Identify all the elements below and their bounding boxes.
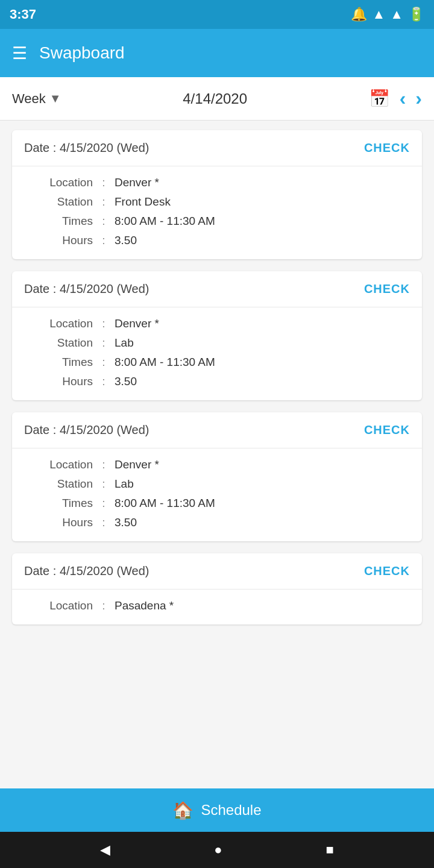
station-value: Lab [115, 336, 134, 350]
check-button[interactable]: CHECK [364, 141, 410, 155]
notification-icon: 🔔 [351, 7, 367, 22]
hours-label: Hours [27, 375, 93, 388]
times-value: 8:00 AM - 11:30 AM [115, 356, 215, 369]
hours-value: 3.50 [115, 375, 137, 388]
prev-week-button[interactable]: ‹ [400, 87, 406, 110]
station-label: Station [27, 477, 93, 491]
check-button[interactable]: CHECK [364, 423, 410, 437]
status-time: 3:37 [10, 7, 36, 22]
hours-sep: : [93, 375, 115, 388]
times-value: 8:00 AM - 11:30 AM [115, 497, 215, 510]
app-title: Swapboard [39, 43, 422, 63]
station-sep: : [93, 195, 115, 209]
card-body: Location : Pasadena * [12, 590, 422, 624]
location-row: Location : Pasadena * [27, 599, 407, 612]
station-value: Lab [115, 477, 134, 491]
week-dropdown-icon: ▼ [49, 92, 61, 105]
signal-icon: ▲ [372, 7, 385, 22]
station-value: Front Desk [115, 195, 171, 209]
location-label: Location [27, 176, 93, 189]
check-button[interactable]: CHECK [364, 282, 410, 296]
times-row: Times : 8:00 AM - 11:30 AM [27, 215, 407, 228]
shift-card: Date : 4/15/2020 (Wed) CHECK Location : … [12, 553, 422, 624]
shift-card: Date : 4/15/2020 (Wed) CHECK Location : … [12, 130, 422, 259]
calendar-icon[interactable]: 📅 [369, 89, 390, 108]
hours-row: Hours : 3.50 [27, 516, 407, 529]
hours-label: Hours [27, 234, 93, 247]
location-label: Location [27, 458, 93, 471]
schedule-label: Schedule [201, 802, 261, 819]
date-display: 4/14/2020 [71, 90, 359, 107]
card-header: Date : 4/15/2020 (Wed) CHECK [12, 412, 422, 448]
status-icons: 🔔 ▲ ▲ 🔋 [351, 7, 424, 22]
times-value: 8:00 AM - 11:30 AM [115, 215, 215, 228]
card-date: Date : 4/15/2020 (Wed) [24, 423, 149, 437]
next-week-button[interactable]: › [415, 87, 422, 110]
home-button[interactable]: ● [214, 842, 222, 858]
times-label: Times [27, 497, 93, 510]
main-content: Date : 4/15/2020 (Wed) CHECK Location : … [0, 121, 434, 788]
hours-row: Hours : 3.50 [27, 375, 407, 388]
card-header: Date : 4/15/2020 (Wed) CHECK [12, 130, 422, 166]
location-value: Pasadena * [115, 599, 174, 612]
card-body: Location : Denver * Station : Lab Times … [12, 448, 422, 541]
location-row: Location : Denver * [27, 317, 407, 330]
hours-value: 3.50 [115, 234, 137, 247]
times-label: Times [27, 215, 93, 228]
hours-value: 3.50 [115, 516, 137, 529]
card-body: Location : Denver * Station : Front Desk… [12, 166, 422, 259]
card-date: Date : 4/15/2020 (Wed) [24, 282, 149, 296]
android-nav: ◀ ● ■ [0, 832, 434, 868]
location-label: Location [27, 317, 93, 330]
location-value: Denver * [115, 317, 159, 330]
battery-icon: 🔋 [408, 7, 424, 22]
times-sep: : [93, 356, 115, 369]
schedule-icon: 🏠 [172, 800, 193, 820]
location-sep: : [93, 458, 115, 471]
station-row: Station : Lab [27, 336, 407, 350]
station-sep: : [93, 477, 115, 491]
location-sep: : [93, 599, 115, 612]
week-label: Week [12, 91, 46, 107]
station-sep: : [93, 336, 115, 350]
card-header: Date : 4/15/2020 (Wed) CHECK [12, 553, 422, 590]
station-label: Station [27, 336, 93, 350]
hours-sep: : [93, 234, 115, 247]
card-body: Location : Denver * Station : Lab Times … [12, 307, 422, 400]
location-sep: : [93, 176, 115, 189]
station-row: Station : Front Desk [27, 195, 407, 209]
times-row: Times : 8:00 AM - 11:30 AM [27, 356, 407, 369]
location-row: Location : Denver * [27, 176, 407, 189]
location-sep: : [93, 317, 115, 330]
station-row: Station : Lab [27, 477, 407, 491]
week-selector[interactable]: Week ▼ [12, 91, 61, 107]
hamburger-icon[interactable]: ☰ [12, 43, 27, 63]
times-label: Times [27, 356, 93, 369]
wifi-icon: ▲ [390, 7, 403, 22]
back-button[interactable]: ◀ [100, 842, 110, 858]
location-row: Location : Denver * [27, 458, 407, 471]
hours-row: Hours : 3.50 [27, 234, 407, 247]
hours-label: Hours [27, 516, 93, 529]
location-value: Denver * [115, 458, 159, 471]
card-header: Date : 4/15/2020 (Wed) CHECK [12, 271, 422, 307]
card-date: Date : 4/15/2020 (Wed) [24, 141, 149, 155]
location-label: Location [27, 599, 93, 612]
check-button[interactable]: CHECK [364, 564, 410, 578]
bottom-nav[interactable]: 🏠 Schedule [0, 788, 434, 832]
shift-card: Date : 4/15/2020 (Wed) CHECK Location : … [12, 412, 422, 541]
app-bar: ☰ Swapboard [0, 29, 434, 77]
status-bar: 3:37 🔔 ▲ ▲ 🔋 [0, 0, 434, 29]
card-date: Date : 4/15/2020 (Wed) [24, 564, 149, 578]
times-row: Times : 8:00 AM - 11:30 AM [27, 497, 407, 510]
times-sep: : [93, 497, 115, 510]
nav-bar: Week ▼ 4/14/2020 📅 ‹ › [0, 77, 434, 121]
location-value: Denver * [115, 176, 159, 189]
station-label: Station [27, 195, 93, 209]
hours-sep: : [93, 516, 115, 529]
recents-button[interactable]: ■ [326, 842, 334, 858]
times-sep: : [93, 215, 115, 228]
shift-card: Date : 4/15/2020 (Wed) CHECK Location : … [12, 271, 422, 400]
